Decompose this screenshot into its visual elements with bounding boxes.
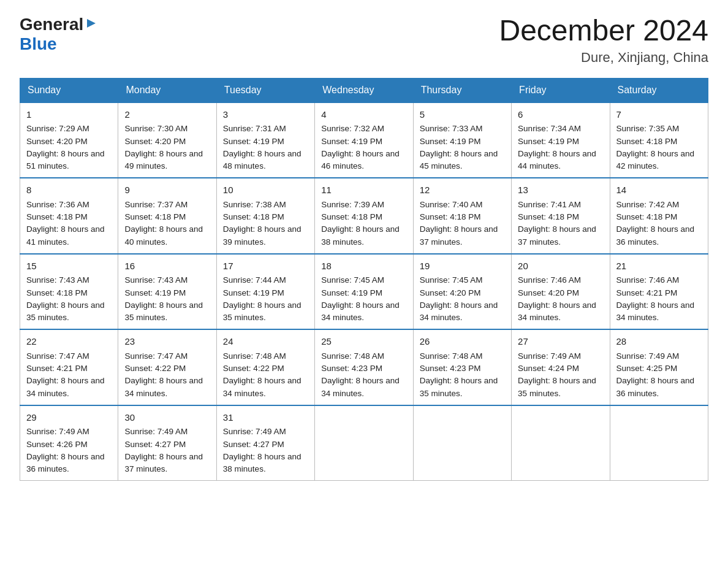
- sunset-text: Sunset: 4:19 PM: [124, 288, 186, 297]
- day-number: 4: [321, 108, 406, 122]
- sunset-text: Sunset: 4:18 PM: [26, 212, 88, 221]
- sunset-text: Sunset: 4:19 PM: [321, 288, 382, 297]
- daylight-text: Daylight: 8 hours and 35 minutes.: [518, 376, 596, 397]
- sunrise-text: Sunrise: 7:49 AM: [518, 351, 581, 361]
- sunset-text: Sunset: 4:18 PM: [223, 212, 284, 221]
- sunset-text: Sunset: 4:26 PM: [26, 440, 88, 449]
- calendar-week-row: 29 Sunrise: 7:49 AM Sunset: 4:26 PM Dayl…: [20, 405, 708, 481]
- sunset-text: Sunset: 4:25 PM: [616, 364, 678, 373]
- sunset-text: Sunset: 4:19 PM: [223, 137, 284, 146]
- sunrise-text: Sunrise: 7:34 AM: [518, 124, 581, 133]
- daylight-text: Daylight: 8 hours and 41 minutes.: [26, 224, 105, 246]
- calendar-cell: 12 Sunrise: 7:40 AM Sunset: 4:18 PM Dayl…: [413, 178, 511, 254]
- day-number: 6: [518, 108, 603, 122]
- sunset-text: Sunset: 4:23 PM: [420, 364, 481, 373]
- sunrise-text: Sunrise: 7:42 AM: [616, 200, 680, 209]
- daylight-text: Daylight: 8 hours and 34 minutes.: [26, 376, 105, 397]
- sunset-text: Sunset: 4:18 PM: [124, 212, 186, 221]
- sunrise-text: Sunrise: 7:49 AM: [124, 427, 188, 436]
- calendar-cell: 17 Sunrise: 7:44 AM Sunset: 4:19 PM Dayl…: [216, 254, 314, 330]
- sunrise-text: Sunrise: 7:33 AM: [420, 124, 483, 133]
- header-tuesday: Tuesday: [216, 78, 314, 102]
- logo-triangle-icon: [85, 17, 98, 30]
- daylight-text: Daylight: 8 hours and 51 minutes.: [26, 149, 105, 170]
- daylight-text: Daylight: 8 hours and 34 minutes.: [616, 301, 695, 322]
- calendar-cell: [413, 405, 511, 481]
- calendar-cell: 23 Sunrise: 7:47 AM Sunset: 4:22 PM Dayl…: [118, 329, 216, 405]
- sunset-text: Sunset: 4:23 PM: [321, 364, 382, 373]
- sunrise-text: Sunrise: 7:45 AM: [420, 275, 483, 285]
- calendar-week-row: 1 Sunrise: 7:29 AM Sunset: 4:20 PM Dayli…: [20, 102, 708, 178]
- calendar-cell: 21 Sunrise: 7:46 AM Sunset: 4:21 PM Dayl…: [610, 254, 708, 330]
- day-number: 5: [420, 108, 505, 122]
- sunrise-text: Sunrise: 7:40 AM: [420, 200, 483, 209]
- day-number: 16: [124, 259, 210, 274]
- calendar-cell: 3 Sunrise: 7:31 AM Sunset: 4:19 PM Dayli…: [216, 102, 314, 178]
- sunrise-text: Sunrise: 7:37 AM: [124, 200, 188, 209]
- calendar-cell: 1 Sunrise: 7:29 AM Sunset: 4:20 PM Dayli…: [20, 102, 118, 178]
- daylight-text: Daylight: 8 hours and 35 minutes.: [223, 301, 301, 322]
- sunrise-text: Sunrise: 7:44 AM: [223, 275, 286, 285]
- sunrise-text: Sunrise: 7:47 AM: [26, 351, 89, 361]
- daylight-text: Daylight: 8 hours and 35 minutes.: [26, 301, 105, 322]
- daylight-text: Daylight: 8 hours and 37 minutes.: [420, 224, 498, 246]
- calendar-table: Sunday Monday Tuesday Wednesday Thursday…: [20, 78, 708, 481]
- sunrise-text: Sunrise: 7:31 AM: [223, 124, 286, 133]
- sunset-text: Sunset: 4:20 PM: [26, 137, 88, 146]
- calendar-cell: 13 Sunrise: 7:41 AM Sunset: 4:18 PM Dayl…: [512, 178, 610, 254]
- calendar-cell: 6 Sunrise: 7:34 AM Sunset: 4:19 PM Dayli…: [512, 102, 610, 178]
- calendar-cell: 27 Sunrise: 7:49 AM Sunset: 4:24 PM Dayl…: [512, 329, 610, 405]
- sunrise-text: Sunrise: 7:49 AM: [616, 351, 680, 361]
- calendar-cell: 14 Sunrise: 7:42 AM Sunset: 4:18 PM Dayl…: [610, 178, 708, 254]
- logo-blue: Blue: [20, 34, 57, 53]
- day-number: 22: [26, 335, 112, 349]
- header-thursday: Thursday: [413, 78, 511, 102]
- daylight-text: Daylight: 8 hours and 34 minutes.: [124, 376, 203, 397]
- sunrise-text: Sunrise: 7:48 AM: [223, 351, 286, 361]
- sunrise-text: Sunrise: 7:38 AM: [223, 200, 286, 209]
- calendar-cell: 5 Sunrise: 7:33 AM Sunset: 4:19 PM Dayli…: [413, 102, 511, 178]
- sunset-text: Sunset: 4:18 PM: [321, 212, 382, 221]
- logo: General Blue: [20, 15, 98, 54]
- sunrise-text: Sunrise: 7:29 AM: [26, 124, 89, 133]
- daylight-text: Daylight: 8 hours and 49 minutes.: [124, 149, 203, 170]
- sunrise-text: Sunrise: 7:46 AM: [616, 275, 680, 285]
- sunrise-text: Sunrise: 7:48 AM: [420, 351, 483, 361]
- calendar-cell: [512, 405, 610, 481]
- day-number: 2: [124, 108, 210, 122]
- calendar-cell: [315, 405, 413, 481]
- calendar-cell: 2 Sunrise: 7:30 AM Sunset: 4:20 PM Dayli…: [118, 102, 216, 178]
- sunrise-text: Sunrise: 7:43 AM: [26, 275, 89, 285]
- calendar-cell: 16 Sunrise: 7:43 AM Sunset: 4:19 PM Dayl…: [118, 254, 216, 330]
- day-number: 23: [124, 335, 210, 349]
- header-sunday: Sunday: [20, 78, 118, 102]
- calendar-cell: 7 Sunrise: 7:35 AM Sunset: 4:18 PM Dayli…: [610, 102, 708, 178]
- sunset-text: Sunset: 4:22 PM: [223, 364, 284, 373]
- sunrise-text: Sunrise: 7:35 AM: [616, 124, 680, 133]
- sunrise-text: Sunrise: 7:36 AM: [26, 200, 89, 209]
- daylight-text: Daylight: 8 hours and 37 minutes.: [518, 224, 596, 246]
- daylight-text: Daylight: 8 hours and 37 minutes.: [124, 452, 203, 473]
- title-section: December 2024 Dure, Xinjiang, China: [499, 15, 708, 66]
- day-number: 3: [223, 108, 308, 122]
- daylight-text: Daylight: 8 hours and 34 minutes.: [321, 376, 400, 397]
- day-number: 15: [26, 259, 112, 274]
- sunrise-text: Sunrise: 7:47 AM: [124, 351, 188, 361]
- day-number: 31: [223, 411, 308, 425]
- sunrise-text: Sunrise: 7:43 AM: [124, 275, 188, 285]
- calendar-cell: 24 Sunrise: 7:48 AM Sunset: 4:22 PM Dayl…: [216, 329, 314, 405]
- location-subtitle: Dure, Xinjiang, China: [499, 50, 708, 66]
- daylight-text: Daylight: 8 hours and 38 minutes.: [321, 224, 400, 246]
- header-friday: Friday: [512, 78, 610, 102]
- sunrise-text: Sunrise: 7:49 AM: [223, 427, 286, 436]
- day-number: 25: [321, 335, 406, 349]
- sunset-text: Sunset: 4:19 PM: [321, 137, 382, 146]
- calendar-cell: 29 Sunrise: 7:49 AM Sunset: 4:26 PM Dayl…: [20, 405, 118, 481]
- day-number: 27: [518, 335, 603, 349]
- daylight-text: Daylight: 8 hours and 34 minutes.: [223, 376, 301, 397]
- sunset-text: Sunset: 4:20 PM: [518, 288, 579, 297]
- calendar-cell: 15 Sunrise: 7:43 AM Sunset: 4:18 PM Dayl…: [20, 254, 118, 330]
- calendar-cell: 25 Sunrise: 7:48 AM Sunset: 4:23 PM Dayl…: [315, 329, 413, 405]
- daylight-text: Daylight: 8 hours and 34 minutes.: [518, 301, 596, 322]
- sunset-text: Sunset: 4:18 PM: [518, 212, 579, 221]
